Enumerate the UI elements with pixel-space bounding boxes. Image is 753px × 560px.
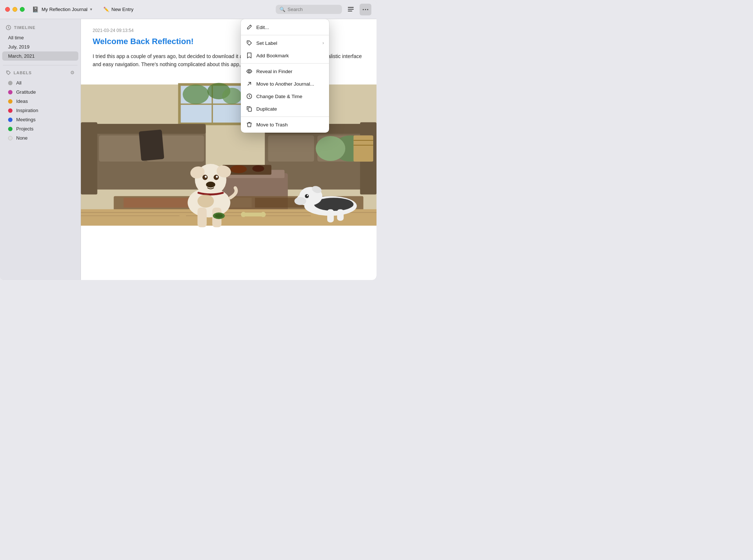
arrow-up-right-icon: [246, 80, 253, 87]
entry-image: [81, 76, 376, 234]
svg-point-3: [363, 9, 364, 10]
svg-point-73: [249, 71, 250, 72]
svg-point-36: [252, 165, 264, 172]
search-input[interactable]: [288, 7, 338, 12]
more-dots-icon: [363, 9, 368, 10]
svg-rect-38: [124, 198, 189, 208]
labels-settings-button[interactable]: ⚙: [70, 70, 75, 75]
titlebar: 📓 My Reflection Journal ▾ ✏️ New Entry 🔍: [0, 0, 376, 19]
svg-point-68: [241, 212, 246, 217]
labels-section-title: LABELS: [6, 70, 32, 75]
trash-icon: [246, 121, 253, 128]
minimize-button[interactable]: [13, 7, 17, 12]
list-view-button[interactable]: [345, 4, 357, 15]
label-item-ideas[interactable]: Ideas: [2, 97, 78, 106]
label-dot-meetings: [8, 118, 13, 122]
svg-rect-2: [348, 11, 352, 11]
svg-point-56: [197, 194, 214, 208]
label-dot-none: [8, 136, 13, 140]
close-button[interactable]: [5, 7, 10, 12]
label-item-all[interactable]: All: [2, 78, 78, 87]
sidebar-item-alltime[interactable]: All time: [2, 33, 78, 42]
clock-icon: [6, 25, 11, 30]
sidebar-divider: [3, 65, 78, 65]
label-item-meetings[interactable]: Meetings: [2, 115, 78, 124]
sidebar-item-march2021[interactable]: March, 2021: [2, 51, 78, 61]
svg-rect-29: [353, 135, 373, 161]
dog-photo-svg: [81, 76, 376, 234]
context-menu-item-reveal-finder[interactable]: Reveal in Finder: [241, 65, 329, 78]
label-item-projects[interactable]: Projects: [2, 124, 78, 133]
label-item-gratitude[interactable]: Gratitude: [2, 87, 78, 97]
titlebar-right: 🔍: [276, 4, 371, 15]
dropdown-icon: ▾: [90, 7, 92, 12]
svg-point-71: [215, 214, 222, 218]
copy-icon: [246, 105, 253, 112]
context-menu-item-move-trash[interactable]: Move to Trash: [241, 118, 329, 131]
tag-icon: [6, 70, 11, 75]
svg-point-4: [365, 9, 366, 10]
search-box[interactable]: 🔍: [276, 5, 342, 14]
traffic-lights: [5, 7, 25, 12]
svg-rect-19: [99, 135, 145, 161]
journal-name: My Reflection Journal: [42, 7, 88, 12]
svg-rect-75: [248, 108, 251, 111]
context-menu-item-add-bookmark[interactable]: Add Bookmark: [241, 49, 329, 62]
maximize-button[interactable]: [20, 7, 25, 12]
svg-point-69: [261, 212, 266, 217]
entry-content[interactable]: 2021-03-24 09:13:54 Welcome Back Reflect…: [81, 19, 376, 280]
sidebar-item-july2019[interactable]: July, 2019: [2, 42, 78, 51]
svg-rect-0: [348, 7, 354, 8]
bookmark-icon: [246, 52, 253, 59]
timeline-section-title: TIMELINE: [0, 25, 81, 33]
label-dot-all: [8, 81, 13, 85]
context-menu-item-move-journal[interactable]: Move to Another Journal...: [241, 78, 329, 90]
svg-point-7: [7, 71, 8, 72]
tag-menu-icon: [246, 40, 253, 46]
entry-header: 2021-03-24 09:13:54 Welcome Back Reflect…: [81, 19, 376, 69]
context-divider-2: [241, 63, 329, 64]
label-dot-inspiration: [8, 108, 13, 113]
labels-header: LABELS ⚙: [0, 70, 81, 78]
list-icon: [348, 7, 354, 12]
svg-rect-67: [243, 212, 263, 216]
pencil-icon: [246, 24, 253, 30]
label-item-inspiration[interactable]: Inspiration: [2, 106, 78, 115]
new-entry-label: New Entry: [111, 7, 133, 12]
svg-point-15: [222, 88, 242, 104]
svg-rect-25: [268, 135, 314, 161]
svg-point-62: [305, 194, 309, 198]
submenu-arrow: ›: [322, 40, 324, 46]
context-menu-item-change-date[interactable]: Change Date & Time: [241, 90, 329, 103]
new-entry-icon: ✏️: [103, 7, 109, 12]
svg-rect-65: [327, 209, 334, 222]
more-options-button[interactable]: [360, 4, 371, 15]
context-menu-item-set-label[interactable]: Set Label ›: [241, 37, 329, 49]
context-menu: Edit... Set Label ›: [241, 19, 329, 133]
svg-rect-1: [348, 9, 354, 10]
label-dot-ideas: [8, 99, 13, 104]
new-entry-button[interactable]: ✏️ New Entry: [100, 5, 137, 14]
svg-point-52: [216, 176, 218, 177]
app-window: 📓 My Reflection Journal ▾ ✏️ New Entry 🔍: [0, 0, 376, 280]
context-divider-3: [241, 116, 329, 117]
context-menu-item-duplicate[interactable]: Duplicate: [241, 103, 329, 115]
clock-menu-icon: [246, 93, 253, 100]
svg-point-13: [183, 85, 209, 104]
journal-title-button[interactable]: 📓 My Reflection Journal ▾: [29, 5, 95, 14]
main-area: TIMELINE All time July, 2019 March, 2021…: [0, 19, 376, 280]
svg-point-35: [230, 165, 247, 173]
journal-icon: 📓: [32, 6, 39, 13]
label-item-none[interactable]: None: [2, 133, 78, 143]
svg-point-28: [316, 136, 345, 161]
eye-icon: [246, 68, 253, 75]
svg-rect-54: [197, 208, 207, 227]
svg-point-51: [205, 176, 207, 177]
label-dot-projects: [8, 127, 13, 131]
sidebar: TIMELINE All time July, 2019 March, 2021…: [0, 19, 81, 280]
context-divider-1: [241, 35, 329, 35]
context-menu-item-edit[interactable]: Edit...: [241, 21, 329, 33]
svg-point-53: [206, 182, 215, 187]
svg-point-72: [248, 42, 249, 42]
svg-point-61: [295, 197, 306, 205]
